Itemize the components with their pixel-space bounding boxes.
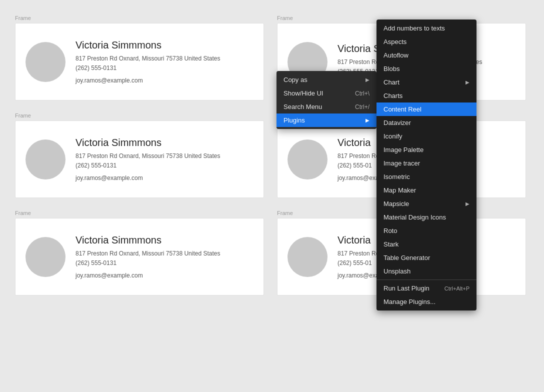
submenu-item-chart[interactable]: Chart ▶ [376, 76, 476, 89]
submenu-item-image-tracer[interactable]: Image tracer [376, 156, 476, 170]
avatar-5 [26, 237, 66, 277]
copy-as-arrow-icon: ▶ [366, 77, 370, 82]
frame-label-3: Frame [15, 112, 264, 118]
card-email-5: joy.ramos@example.com [76, 272, 220, 279]
card-3: Victoria Simmmons 817 Preston Rd Oxnard,… [15, 120, 264, 198]
frame-label-1: Frame [15, 15, 264, 21]
card-name-1: Victoria Simmmons [76, 40, 220, 51]
menu-item-show-hide-ui[interactable]: Show/Hide UI Ctrl+\ [276, 86, 376, 100]
frame-label-5: Frame [15, 210, 264, 216]
frame-section-1: Frame Victoria Simmmons 817 Preston Rd O… [10, 10, 272, 108]
card-email-1: joy.ramos@example.com [76, 77, 220, 84]
submenu-item-material-design-icons[interactable]: Material Design Icons [376, 210, 476, 224]
avatar-6 [288, 237, 328, 277]
submenu-item-table-generator[interactable]: Table Generator [376, 251, 476, 264]
submenu-manage-plugins[interactable]: Manage Plugins... [376, 295, 476, 308]
submenu-item-unsplash[interactable]: Unsplash [376, 264, 476, 278]
avatar-3 [26, 140, 66, 180]
plugins-arrow-icon: ▶ [366, 118, 370, 123]
context-menu: Copy as ▶ Show/Hide UI Ctrl+\ Search Men… [276, 71, 376, 129]
card-info-5: Victoria Simmmons 817 Preston Rd Oxnard,… [76, 234, 220, 279]
avatar-4 [288, 140, 328, 180]
submenu-item-iconify[interactable]: Iconify [376, 130, 476, 143]
chart-arrow-icon: ▶ [466, 80, 470, 85]
card-info-1: Victoria Simmmons 817 Preston Rd Oxnard,… [76, 40, 220, 84]
frame-section-5: Frame Victoria Simmmons 817 Preston Rd O… [10, 205, 272, 302]
card-1: Victoria Simmmons 817 Preston Rd Oxnard,… [15, 23, 264, 100]
submenu-item-roto[interactable]: Roto [376, 224, 476, 238]
card-name-5: Victoria Simmmons [76, 234, 220, 246]
canvas: Frame Victoria Simmmons 817 Preston Rd O… [0, 0, 544, 392]
submenu-item-blobs[interactable]: Blobs [376, 62, 476, 76]
card-address-3: 817 Preston Rd Oxnard, Missouri 75738 Un… [76, 152, 220, 170]
frame-section-3: Frame Victoria Simmmons 817 Preston Rd O… [10, 108, 272, 205]
card-name-3: Victoria Simmmons [76, 137, 220, 148]
submenu-item-aspects[interactable]: Aspects [376, 35, 476, 48]
menu-item-plugins[interactable]: Plugins ▶ Add numbers to texts Aspects A… [276, 114, 376, 127]
submenu-item-add-numbers[interactable]: Add numbers to texts [376, 22, 476, 35]
submenu-item-autoflow[interactable]: Autoflow [376, 48, 476, 62]
card-email-3: joy.ramos@example.com [76, 174, 220, 182]
plugins-submenu: Add numbers to texts Aspects Autoflow Bl… [376, 20, 476, 310]
submenu-item-image-palette[interactable]: Image Palette [376, 143, 476, 156]
card-address-5: 817 Preston Rd Oxnard, Missouri 75738 Un… [76, 249, 220, 268]
submenu-item-map-maker[interactable]: Map Maker [376, 184, 476, 197]
submenu-item-charts[interactable]: Charts [376, 89, 476, 102]
submenu-separator [376, 280, 476, 280]
submenu-item-datavizer[interactable]: Datavizer [376, 116, 476, 130]
menu-item-copy-as[interactable]: Copy as ▶ [276, 73, 376, 86]
card-address-1: 817 Preston Rd Oxnard, Missouri 75738 Un… [76, 54, 220, 73]
avatar-1 [26, 42, 66, 82]
submenu-item-stark[interactable]: Stark [376, 238, 476, 251]
submenu-item-isometric[interactable]: Isometric [376, 170, 476, 184]
card-5: Victoria Simmmons 817 Preston Rd Oxnard,… [15, 218, 264, 296]
submenu-item-content-reel[interactable]: Content Reel [376, 102, 476, 116]
submenu-run-last-plugin[interactable]: Run Last Plugin Ctrl+Alt+P [376, 282, 476, 295]
submenu-item-mapsicle[interactable]: Mapsicle ▶ [376, 197, 476, 210]
card-info-3: Victoria Simmmons 817 Preston Rd Oxnard,… [76, 137, 220, 182]
mapsicle-arrow-icon: ▶ [466, 201, 470, 206]
menu-item-search-menu[interactable]: Search Menu Ctrl+/ [276, 100, 376, 114]
